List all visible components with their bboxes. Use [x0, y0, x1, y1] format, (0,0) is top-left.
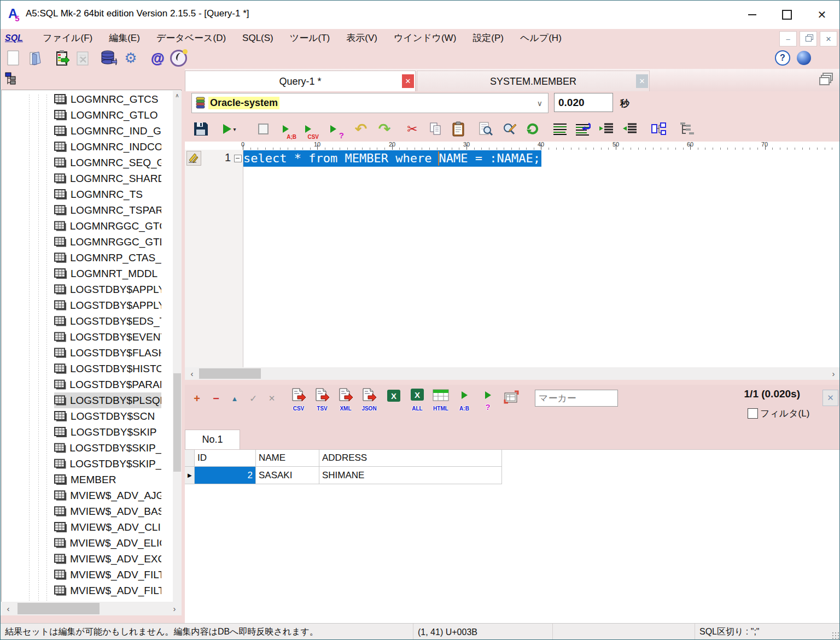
mdi-close-button[interactable]: ✕	[820, 31, 837, 46]
settings-button[interactable]: ⚙	[121, 49, 140, 67]
sql-line-1[interactable]: select * from MEMBER where NAME = :NAMAE…	[243, 150, 541, 167]
tree-item[interactable]: LOGMNRC_GTCS	[54, 91, 161, 107]
column-header-name[interactable]: NAME	[256, 450, 319, 467]
export-excel-button[interactable]: X	[383, 388, 404, 411]
scroll-left-arrow[interactable]: ‹	[185, 369, 199, 378]
explain-tree-button[interactable]	[677, 119, 698, 139]
close-results-button[interactable]: ✕	[822, 390, 838, 406]
tree-item[interactable]: LOGMNRC_IND_G	[54, 123, 161, 139]
copy-button[interactable]	[425, 119, 446, 139]
cell-name[interactable]: SASAKI	[256, 467, 319, 484]
tree-item[interactable]: LOGSTDBY$APPLY	[54, 281, 161, 297]
tree-item[interactable]: LOGMNRC_SEQ_G	[54, 155, 161, 171]
tree-item[interactable]: MVIEW$_ADV_EXC	[54, 551, 161, 567]
find-button[interactable]	[475, 119, 496, 139]
tree-item[interactable]: LOGMNRP_CTAS_I	[54, 250, 161, 266]
paste-button[interactable]	[448, 119, 469, 139]
outdent-button[interactable]	[620, 119, 640, 139]
cell-address[interactable]: SHIMANE	[319, 467, 502, 484]
tree-toggle-button[interactable]	[5, 72, 17, 86]
tree-item[interactable]: LOGMNRGGC_GTC	[54, 218, 161, 234]
mail-button[interactable]: @	[148, 49, 167, 67]
format-sql-button[interactable]	[550, 119, 570, 139]
database-button[interactable]	[100, 49, 118, 67]
insert-row-button[interactable]: +	[190, 391, 204, 406]
scroll-right-arrow[interactable]: ›	[167, 604, 182, 613]
tree-hscrollbar-thumb[interactable]	[18, 603, 100, 614]
tree-item[interactable]: LOGSTDBY$APPLY	[54, 297, 161, 313]
mdi-restore-button[interactable]	[800, 31, 817, 46]
help-button[interactable]: ?	[773, 49, 792, 67]
tree-item[interactable]: LOGMNRC_TSPAR	[54, 202, 161, 218]
tree-item[interactable]: MVIEW$_ADV_FILT	[54, 567, 161, 583]
elapsed-time-field[interactable]: 0.020	[554, 93, 613, 112]
tree-item[interactable]: LOGSTDBY$PLSQL	[54, 392, 161, 408]
menu-settings[interactable]: 設定(P)	[472, 32, 504, 44]
scroll-up-arrow[interactable]: ∧	[173, 91, 182, 100]
timer-button[interactable]	[169, 49, 188, 67]
menu-database[interactable]: データベース(D)	[156, 32, 226, 44]
column-header-id[interactable]: ID	[195, 450, 256, 467]
tree-item[interactable]: LOGMNRT_MDDL	[54, 266, 161, 281]
unformat-sql-button[interactable]	[573, 119, 593, 139]
tree-item[interactable]: MVIEW$_ADV_BAS	[54, 503, 161, 519]
filter-checkbox[interactable]	[748, 408, 758, 419]
tree-horizontal-scrollbar[interactable]: ‹ ›	[1, 602, 182, 615]
sql-editor[interactable]: 1 select * from MEMBER where NAME = :NAM…	[185, 150, 840, 367]
column-header-address[interactable]: ADDRESS	[319, 450, 502, 467]
tree-item[interactable]: LOGSTDBY$SKIP	[54, 424, 161, 440]
menu-file[interactable]: ファイル(F)	[43, 32, 92, 44]
menu-tools[interactable]: ツール(T)	[290, 32, 330, 44]
menu-window[interactable]: ウインドウ(W)	[394, 32, 456, 44]
tree-item[interactable]: MVIEW$_ADV_FILT	[54, 583, 161, 598]
menu-view[interactable]: 表示(V)	[346, 32, 377, 44]
export-tsv-button[interactable]: TSV	[312, 388, 332, 411]
grid-form-button[interactable]	[501, 388, 522, 411]
tree-item[interactable]: LOGSTDBY$HISTO	[54, 361, 161, 377]
menu-edit[interactable]: 編集(E)	[109, 32, 140, 44]
marker-input[interactable]	[535, 390, 618, 407]
tree-item[interactable]: LOGMNRC_GTLO	[54, 107, 161, 123]
tree-item[interactable]: MVIEW$_ADV_ELIG	[54, 535, 161, 551]
editor-hscrollbar-thumb[interactable]	[199, 368, 261, 379]
run-button[interactable]: ▾	[217, 119, 243, 139]
save-button[interactable]	[190, 119, 211, 139]
minimize-button[interactable]	[734, 1, 769, 29]
new-file-button[interactable]	[4, 49, 22, 67]
tab-query1[interactable]: Query-1 * ✕	[185, 71, 416, 92]
tree-item[interactable]: LOGSTDBY$EDS_T	[54, 313, 161, 329]
tab-system-member[interactable]: SYSTEM.MEMBER ✕	[417, 71, 650, 92]
redo-button[interactable]: ↷	[374, 119, 395, 139]
window-list-button[interactable]	[818, 73, 835, 88]
mdi-minimize-button[interactable]: –	[779, 31, 797, 46]
export-csv-button[interactable]: CSV	[288, 388, 309, 411]
cut-button[interactable]: ✂	[402, 119, 423, 139]
cell-id[interactable]: 2	[195, 467, 256, 484]
run-split-button[interactable]: A;B	[275, 119, 296, 139]
tree-item[interactable]: LOGMNRC_INDCO	[54, 139, 161, 155]
tree-item[interactable]: LOGMNRC_TS	[54, 186, 161, 202]
replace-button[interactable]	[499, 119, 520, 139]
menu-sql[interactable]: SQL(S)	[242, 33, 273, 44]
run-clipboard-button[interactable]	[53, 49, 72, 67]
tree-item[interactable]: LOGMNRC_SHARD	[54, 171, 161, 186]
export-xml-button[interactable]: XML	[335, 388, 356, 411]
tree-vertical-scrollbar[interactable]: ∧ ∨	[173, 91, 182, 615]
tree-item[interactable]: LOGSTDBY$SKIP_S	[54, 440, 161, 456]
post-edit-button[interactable]: ▲	[228, 391, 242, 406]
menu-help[interactable]: ヘルプ(H)	[520, 32, 562, 44]
delete-row-button[interactable]: −	[209, 391, 223, 406]
fold-collapse-icon[interactable]	[234, 155, 242, 162]
editor-horizontal-scrollbar[interactable]: ‹ ›	[185, 367, 840, 380]
export-excel-all-button[interactable]: X ALL	[407, 388, 428, 411]
tree-item[interactable]: LOGSTDBY$FLASH	[54, 345, 161, 361]
tree-item[interactable]: LOGSTDBY$PARAM	[54, 377, 161, 392]
explain-plan-button[interactable]: ?	[323, 119, 343, 139]
connection-select[interactable]: Oracle-system ∨	[191, 93, 549, 113]
website-button[interactable]	[795, 49, 813, 67]
export-html-button[interactable]: HTML	[430, 388, 451, 411]
maximize-button[interactable]	[769, 1, 804, 29]
export-json-button[interactable]: JSON	[359, 388, 380, 411]
tree-item[interactable]: LOGSTDBY$SCN	[54, 408, 161, 424]
refresh-button[interactable]	[522, 119, 543, 139]
